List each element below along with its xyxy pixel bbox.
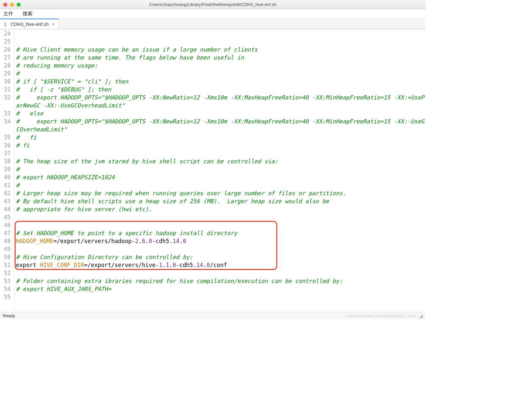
- code-content: # if [ "$SERVICE" = "cli" ]; then: [13, 77, 426, 85]
- code-line[interactable]: 33# else: [0, 109, 426, 117]
- code-line[interactable]: 42# Larger heap size may be required whe…: [0, 189, 426, 197]
- line-number: 51: [0, 261, 13, 269]
- code-content: # Folder containing extra ibraries requi…: [13, 277, 426, 285]
- code-line[interactable]: 25: [0, 38, 426, 46]
- code-content: # Set HADOOP_HOME to point to a specific…: [13, 229, 426, 237]
- line-number: 36: [0, 141, 13, 149]
- gutter-border: [14, 30, 14, 312]
- code-content: # are running at the same time. The flag…: [13, 54, 426, 62]
- code-content: # Larger heap size may be required when …: [13, 189, 426, 197]
- code-editor[interactable]: 242526# Hive Client memory usage can be …: [0, 29, 426, 312]
- line-number: 41: [0, 181, 13, 189]
- tabbar: 1 CDH3_hive-enf.sh ×: [0, 19, 426, 29]
- code-line[interactable]: 24: [0, 30, 426, 38]
- line-number: 31: [0, 85, 13, 93]
- close-tab-icon[interactable]: ×: [52, 22, 55, 27]
- line-number: 49: [0, 245, 13, 253]
- window-title: /Users/zhaozhuang/Library/FinalShell/tem…: [0, 2, 426, 7]
- line-number: 52: [0, 269, 13, 277]
- code-line[interactable]: 46: [0, 221, 426, 229]
- line-number: 54: [0, 285, 13, 293]
- resize-grip-icon[interactable]: [418, 314, 423, 318]
- minimize-window-button[interactable]: [10, 3, 14, 7]
- tab-filename: CDH3_hive-enf.sh: [11, 22, 49, 27]
- line-number: 48: [0, 237, 13, 245]
- editor-wrap: 242526# Hive Client memory usage can be …: [0, 29, 426, 312]
- line-number: 30: [0, 77, 13, 85]
- code-container: 242526# Hive Client memory usage can be …: [0, 30, 426, 301]
- line-number: 29: [0, 69, 13, 77]
- line-number: 34: [0, 117, 13, 125]
- code-content: HADOOP_HOME=/export/servers/hadoop-2.6.0…: [13, 237, 426, 245]
- line-number: 38: [0, 157, 13, 165]
- status-text: Ready: [3, 313, 15, 318]
- line-number: 32: [0, 93, 13, 101]
- code-line[interactable]: 55: [0, 293, 426, 301]
- zoom-window-button[interactable]: [17, 3, 21, 7]
- code-content: # export HADOOP_OPTS="$HADOOP_OPTS -XX:N…: [13, 93, 426, 109]
- menu-file[interactable]: 文件: [3, 11, 13, 17]
- close-window-button[interactable]: [3, 3, 7, 7]
- code-line[interactable]: 30# if [ "$SERVICE" = "cli" ]; then: [0, 77, 426, 85]
- line-number: 45: [0, 213, 13, 221]
- code-content: # if [ -z "$DEBUG" ]; then: [13, 85, 426, 93]
- menu-search[interactable]: 搜索: [23, 11, 33, 17]
- line-number: 40: [0, 173, 13, 181]
- code-line[interactable]: 34# export HADOOP_OPTS="$HADOOP_OPTS -XX…: [0, 117, 426, 133]
- code-content: # fi: [13, 141, 426, 149]
- code-line[interactable]: 27# are running at the same time. The fl…: [0, 54, 426, 62]
- code-content: # fi: [13, 133, 426, 141]
- code-content: #: [13, 181, 426, 189]
- line-number: 55: [0, 293, 13, 301]
- tab-file-active[interactable]: 1 CDH3_hive-enf.sh ×: [0, 19, 59, 29]
- statusbar: Ready https://blog.csdn.net/CODEROOKIE_R…: [0, 312, 426, 319]
- code-line[interactable]: 45: [0, 213, 426, 221]
- code-line[interactable]: 44# appropriate for hive server (hwi etc…: [0, 205, 426, 213]
- code-content: # The heap size of the jvm stared by hiv…: [13, 157, 426, 165]
- code-line[interactable]: 32# export HADOOP_OPTS="$HADOOP_OPTS -XX…: [0, 93, 426, 109]
- code-content: # else: [13, 109, 426, 117]
- line-number: 24: [0, 30, 13, 38]
- code-line[interactable]: 28# reducing memory usage:: [0, 62, 426, 69]
- code-content: export HIVE_CONF_DIR=/export/servers/hiv…: [13, 261, 426, 269]
- code-line[interactable]: 36# fi: [0, 141, 426, 149]
- line-number: 50: [0, 253, 13, 261]
- code-line[interactable]: 31# if [ -z "$DEBUG" ]; then: [0, 85, 426, 93]
- code-line[interactable]: 47# Set HADOOP_HOME to point to a specif…: [0, 229, 426, 237]
- code-content: # Hive Client memory usage can be an iss…: [13, 46, 426, 54]
- code-line[interactable]: 35# fi: [0, 133, 426, 141]
- code-line[interactable]: 37: [0, 149, 426, 157]
- code-line[interactable]: 26# Hive Client memory usage can be an i…: [0, 46, 426, 54]
- code-line[interactable]: 52: [0, 269, 426, 277]
- code-line[interactable]: 49: [0, 245, 426, 253]
- line-number: 53: [0, 277, 13, 285]
- line-number: 26: [0, 46, 13, 54]
- line-number: 47: [0, 229, 13, 237]
- line-number: 35: [0, 133, 13, 141]
- code-line[interactable]: 43# By default hive shell scripts use a …: [0, 197, 426, 205]
- code-content: # export HADOOP_OPTS="$HADOOP_OPTS -XX:N…: [13, 117, 426, 133]
- code-content: # export HADOOP_HEAPSIZE=1024: [13, 173, 426, 181]
- line-number: 39: [0, 165, 13, 173]
- line-number: 28: [0, 62, 13, 69]
- code-line[interactable]: 40# export HADOOP_HEAPSIZE=1024: [0, 173, 426, 181]
- code-line[interactable]: 39#: [0, 165, 426, 173]
- tab-index: 1: [4, 22, 7, 27]
- line-number: 43: [0, 197, 13, 205]
- code-line[interactable]: 54# export HIVE_AUX_JARS_PATH=: [0, 285, 426, 293]
- code-content: # Hive Configuration Directory can be co…: [13, 253, 426, 261]
- code-line[interactable]: 38# The heap size of the jvm stared by h…: [0, 157, 426, 165]
- code-line[interactable]: 51export HIVE_CONF_DIR=/export/servers/h…: [0, 261, 426, 269]
- window-titlebar: /Users/zhaozhuang/Library/FinalShell/tem…: [0, 0, 426, 9]
- line-number: 42: [0, 189, 13, 197]
- watermark-text: https://blog.csdn.net/CODEROOKIE_RUN: [347, 314, 416, 318]
- code-line[interactable]: 48HADOOP_HOME=/export/servers/hadoop-2.6…: [0, 237, 426, 245]
- window-controls: [0, 3, 21, 7]
- code-line[interactable]: 41#: [0, 181, 426, 189]
- code-line[interactable]: 29#: [0, 69, 426, 77]
- code-line[interactable]: 53# Folder containing extra ibraries req…: [0, 277, 426, 285]
- code-content: # By default hive shell scripts use a he…: [13, 197, 426, 205]
- code-line[interactable]: 50# Hive Configuration Directory can be …: [0, 253, 426, 261]
- menubar: 文件 搜索: [0, 9, 426, 19]
- line-number: 37: [0, 149, 13, 157]
